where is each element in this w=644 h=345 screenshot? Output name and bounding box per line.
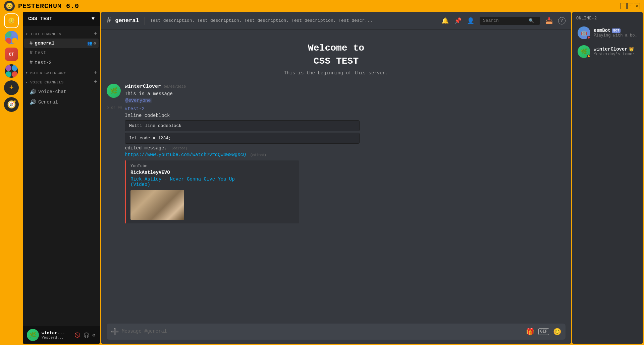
voice-channels-category[interactable]: ▾ VOICE CHANNELS + — [23, 77, 100, 86]
online-user-name-wc: winterClover 👑 — [594, 47, 637, 52]
message-content: winterClover 06/03/2020 This is a messag… — [125, 84, 566, 104]
messages-area: Welcome to CSS TEST This is the beginnin… — [101, 29, 571, 320]
user-panel: 🌿 winter... Yesterd... 🚫 🎧 ⚙ — [23, 326, 100, 344]
online-user-info-wc: winterClover 👑 Yesterday's tomorrow... — [594, 47, 637, 57]
message-text-link: https://www.youtube.com/watch?v=dQw4w9Wg… — [125, 152, 566, 158]
minimize-button[interactable]: ─ — [621, 3, 627, 9]
message-author: winterClover — [125, 84, 161, 89]
channel-name-voice-general: General — [38, 99, 58, 105]
deafen-button[interactable]: 🎧 — [83, 332, 90, 339]
channel-active-icons: 👥 ⚙ — [87, 41, 96, 46]
add-text-channel-button[interactable]: + — [94, 31, 97, 37]
channel-hash-icon: # — [107, 16, 111, 25]
add-voice-channel-button[interactable]: + — [94, 79, 97, 85]
search-icon: 🔍 — [529, 18, 534, 23]
youtube-link[interactable]: https://www.youtube.com/watch?v=dQw4w9Wg… — [125, 152, 246, 157]
server-icon-1[interactable] — [4, 30, 19, 45]
channel-hash-icon: # — [30, 40, 33, 46]
window-controls: ─ □ ✕ — [621, 3, 640, 9]
crown-icon: 👑 — [629, 47, 634, 52]
channel-item-test2[interactable]: # test-2 — [24, 58, 99, 67]
embed-title[interactable]: Rick Astley - Never Gonna Give You Up(Vi… — [130, 177, 294, 187]
online-users-list: 🤖 esmBot BOT Playing with a bootl... 🌿 — [572, 23, 643, 61]
status-dot-dnd — [587, 36, 590, 39]
channel-name-test: test — [35, 50, 46, 56]
text-channels-category[interactable]: ▾ TEXT CHANNELS + — [23, 29, 100, 38]
user-settings-button[interactable]: ⚙ — [92, 332, 96, 339]
channel-welcome: Welcome to CSS TEST This is the beginnin… — [107, 29, 566, 82]
embed-thumbnail-image — [130, 190, 184, 220]
close-button[interactable]: ✕ — [634, 3, 640, 9]
input-right-icons: 🎁 GIF 😊 — [526, 328, 561, 336]
user-panel-name: winter... — [42, 331, 71, 336]
settings-icon[interactable]: ⚙ — [94, 41, 96, 46]
members-icon[interactable]: 👥 — [87, 41, 92, 46]
notification-bell-icon[interactable]: 🔔 — [441, 17, 449, 24]
welcome-subtitle: CSS TEST — [113, 56, 559, 66]
channel-list: ▾ TEXT CHANNELS + # general 👥 ⚙ # test #… — [23, 26, 100, 326]
inbox-icon[interactable]: 📥 — [545, 17, 553, 24]
online-user-esmbot[interactable]: 🤖 esmBot BOT Playing with a bootl... — [574, 24, 641, 42]
online-user-info-esmbot: esmBot BOT Playing with a bootl... — [594, 28, 637, 38]
app-title: PESTERCHUM 6.0 — [18, 2, 79, 10]
server-icon-ct[interactable]: CT — [4, 47, 19, 62]
message-text-channel: #test-2 — [125, 106, 566, 113]
header-icons: 🔔 📌 👤 🔍 📥 ? — [441, 17, 566, 25]
channel-item-test[interactable]: # test — [24, 48, 99, 58]
mute-button[interactable]: 🚫 — [74, 332, 81, 339]
channel-sidebar: CSS TEST ▼ ▾ TEXT CHANNELS + # general 👥… — [23, 12, 100, 344]
edited-tag-2: (edited) — [250, 153, 266, 157]
add-server-button[interactable]: + — [4, 80, 19, 95]
embed-thumbnail — [130, 190, 184, 220]
embed-youtube: YouTube RickAstleyVEVO Rick Astley - Nev… — [125, 160, 299, 223]
message-input[interactable] — [122, 328, 523, 335]
channel-mention[interactable]: #test-2 — [125, 106, 145, 112]
code-block-2: let code = 1234; — [125, 133, 360, 144]
server-icon-list: 😊 CT + 🧭 — [1, 12, 21, 344]
server-header[interactable]: CSS TEST ▼ — [23, 12, 100, 26]
search-input[interactable] — [483, 18, 527, 23]
pin-icon[interactable]: 📌 — [454, 17, 462, 24]
code-block-1: Multi line codeblock — [125, 120, 360, 131]
message-text-inline-code: Inline codeblock — [125, 113, 566, 119]
message-avatar: 🌿 — [107, 84, 121, 98]
message-text-mention: @everyone — [125, 97, 566, 104]
server-icon-3[interactable] — [4, 64, 19, 78]
channel-description: Test description. Test description. Test… — [150, 18, 437, 23]
add-attachment-icon[interactable]: ➕ — [111, 328, 119, 336]
muted-category[interactable]: ▾ MUTED CATERGORY + — [23, 68, 100, 77]
chat-header: # general Test description. Test descrip… — [101, 12, 571, 29]
members-toggle-icon[interactable]: 👤 — [467, 17, 474, 24]
online-count-header: ONLINE-2 — [572, 12, 643, 23]
muted-category-label: ▾ MUTED CATERGORY — [25, 71, 66, 75]
emoji-icon[interactable]: 😊 — [553, 328, 561, 336]
online-user-winterclover[interactable]: 🌿 winterClover 👑 Yesterday's tomorrow... — [574, 43, 641, 61]
gift-icon[interactable]: 🎁 — [526, 328, 534, 336]
server-dropdown-icon: ▼ — [92, 16, 95, 22]
search-box[interactable]: 🔍 — [480, 17, 540, 25]
welcome-title: Welcome to — [113, 43, 559, 53]
message-time: 9:04 PM — [107, 106, 122, 110]
channel-item-general[interactable]: # general 👥 ⚙ — [24, 39, 99, 48]
channel-name-general: general — [35, 41, 55, 46]
online-user-status-wc: Yesterday's tomorrow... — [594, 52, 637, 57]
voice-icon: 🔊 — [30, 88, 36, 95]
server-name: CSS TEST — [28, 16, 52, 22]
gif-button[interactable]: GIF — [538, 328, 549, 335]
message-group: 🌿 winterClover 06/03/2020 This is a mess… — [107, 82, 566, 105]
restore-button[interactable]: □ — [627, 3, 633, 9]
embed-author: RickAstleyVEVO — [130, 170, 294, 175]
user-info: winter... Yesterd... — [42, 331, 71, 340]
channel-item-voice-chat[interactable]: 🔊 voice-chat — [24, 87, 99, 97]
app-logo: 😊 — [4, 1, 15, 11]
add-muted-channel-button[interactable]: + — [94, 70, 97, 76]
everyone-mention: @everyone — [125, 98, 152, 103]
explore-servers-button[interactable]: 🧭 — [4, 97, 19, 112]
app-logo-icon: 😊 — [6, 2, 13, 10]
message-text-edited: edited message. (edited) — [125, 145, 566, 152]
help-icon[interactable]: ? — [558, 17, 566, 24]
voice-channels-label: ▾ VOICE CHANNELS — [25, 80, 64, 84]
channel-item-voice-general[interactable]: 🔊 General — [24, 97, 99, 107]
message-timestamp: 06/03/2020 — [164, 85, 186, 89]
server-icon-main[interactable]: 😊 — [4, 13, 19, 28]
